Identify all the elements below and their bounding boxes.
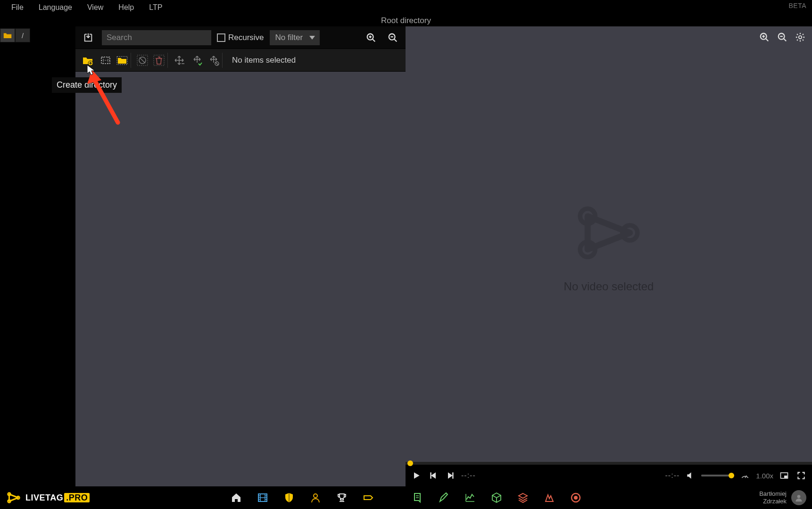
fullscreen-icon bbox=[796, 471, 806, 480]
tag-icon bbox=[363, 492, 374, 503]
new-folder-alt-button[interactable] bbox=[116, 53, 131, 68]
play-button[interactable] bbox=[410, 469, 423, 482]
trophy-icon bbox=[336, 492, 348, 503]
toolbar-actions: No items selected bbox=[75, 49, 406, 72]
user-block[interactable]: Bartłomiej Zdrzałek bbox=[759, 490, 806, 505]
svg-point-9 bbox=[182, 63, 183, 64]
video-zoom-in-button[interactable] bbox=[757, 30, 771, 44]
nav-stats-button[interactable] bbox=[464, 491, 477, 504]
menu-help[interactable]: Help bbox=[111, 0, 141, 15]
cube-icon bbox=[491, 492, 502, 503]
shield-icon bbox=[283, 492, 295, 503]
logo[interactable]: LIVETAG.PRO bbox=[6, 490, 90, 506]
zoom-in-button[interactable] bbox=[363, 30, 379, 46]
avatar[interactable] bbox=[791, 490, 806, 505]
pip-icon bbox=[779, 471, 789, 480]
time-remaining: --:-- bbox=[665, 471, 680, 480]
nav-notes-button[interactable] bbox=[411, 491, 424, 504]
folder-plus-icon bbox=[82, 55, 93, 66]
filter-label: No filter bbox=[275, 33, 303, 42]
sidebar-left: / bbox=[0, 26, 75, 486]
nav-trophy-button[interactable] bbox=[335, 491, 348, 504]
user-name: Bartłomiej Zdrzałek bbox=[759, 490, 787, 505]
delete-button[interactable] bbox=[153, 53, 168, 68]
video-progress-knob[interactable] bbox=[407, 460, 413, 466]
move-dots-icon bbox=[174, 55, 185, 66]
home-icon bbox=[231, 492, 242, 503]
nav-pen-button[interactable] bbox=[437, 491, 450, 504]
no-entry-dashed-icon bbox=[137, 55, 148, 66]
move-check-icon bbox=[191, 55, 203, 66]
heatmap-icon bbox=[544, 492, 555, 503]
zoom-out-icon bbox=[388, 33, 398, 43]
svg-point-26 bbox=[314, 494, 317, 498]
nav-3d-button[interactable] bbox=[490, 491, 503, 504]
file-list-area[interactable] bbox=[75, 72, 406, 486]
sidebar-tab-folder[interactable] bbox=[0, 28, 15, 42]
folder-dashed-icon bbox=[116, 55, 128, 66]
create-directory-button[interactable] bbox=[80, 53, 95, 68]
mute-button[interactable] bbox=[684, 469, 696, 482]
play-icon bbox=[412, 471, 421, 480]
film-dashed-icon bbox=[100, 55, 111, 66]
disable-button[interactable] bbox=[135, 53, 150, 68]
note-icon bbox=[412, 492, 423, 503]
svg-rect-19 bbox=[452, 472, 454, 478]
add-video-button[interactable] bbox=[98, 53, 113, 68]
step-back-button[interactable] bbox=[427, 469, 439, 482]
zoom-out-button[interactable] bbox=[385, 30, 401, 46]
menu-file[interactable]: File bbox=[4, 0, 31, 15]
sidebar-tab-path[interactable]: / bbox=[15, 28, 30, 42]
recursive-checkbox[interactable]: Recursive bbox=[217, 33, 264, 42]
import-button[interactable] bbox=[80, 30, 96, 46]
video-settings-button[interactable] bbox=[793, 30, 807, 44]
move-cancel-icon bbox=[208, 55, 219, 66]
folder-icon bbox=[3, 32, 12, 39]
move-button[interactable] bbox=[172, 53, 187, 68]
pip-button[interactable] bbox=[778, 469, 790, 482]
path-label: / bbox=[22, 32, 24, 40]
video-zoom-out-button[interactable] bbox=[775, 30, 789, 44]
chevron-down-icon bbox=[309, 36, 315, 40]
svg-rect-18 bbox=[430, 472, 431, 478]
volume-slider[interactable] bbox=[701, 475, 734, 476]
film-icon bbox=[257, 492, 268, 503]
menu-view[interactable]: View bbox=[80, 0, 111, 15]
step-back-icon bbox=[429, 471, 438, 480]
nav-home-button[interactable] bbox=[230, 491, 243, 504]
video-top-controls bbox=[757, 30, 807, 44]
download-into-icon bbox=[83, 33, 93, 43]
zoom-in-icon bbox=[366, 33, 376, 43]
user-icon bbox=[310, 492, 321, 503]
nav-videos-button[interactable] bbox=[256, 491, 269, 504]
main-row: / Recursive No filter bbox=[0, 26, 812, 486]
nav-heatmap-button[interactable] bbox=[543, 491, 556, 504]
zoom-out-icon bbox=[777, 32, 787, 42]
video-progress-track[interactable] bbox=[406, 462, 812, 465]
menubar: File Language View Help LTP bbox=[0, 0, 812, 15]
step-forward-button[interactable] bbox=[444, 469, 456, 482]
nav-record-button[interactable] bbox=[569, 491, 582, 504]
svg-point-10 bbox=[183, 63, 184, 64]
tooltip-create-directory: Create directory bbox=[52, 77, 122, 93]
filter-dropdown[interactable]: No filter bbox=[270, 30, 320, 45]
center-panel: Recursive No filter bbox=[75, 26, 406, 486]
menu-ltp[interactable]: LTP bbox=[141, 0, 170, 15]
video-area[interactable]: No video selected bbox=[406, 26, 812, 462]
svg-point-8 bbox=[182, 63, 182, 64]
volume-icon bbox=[686, 471, 695, 480]
nav-shield-button[interactable] bbox=[282, 491, 296, 504]
nav-user-button[interactable] bbox=[309, 491, 322, 504]
volume-knob[interactable] bbox=[729, 473, 734, 478]
move-confirm-button[interactable] bbox=[190, 53, 205, 68]
nav-layers-button[interactable] bbox=[516, 491, 530, 504]
toolbar-search: Recursive No filter bbox=[75, 26, 406, 49]
fullscreen-button[interactable] bbox=[795, 469, 807, 482]
move-cancel-button[interactable] bbox=[207, 53, 223, 68]
menu-language[interactable]: Language bbox=[31, 0, 80, 15]
video-panel: No video selected --:-- --:-- bbox=[406, 26, 812, 486]
speed-gauge-button[interactable] bbox=[739, 469, 751, 482]
page-title: Root directory bbox=[0, 15, 812, 26]
search-input[interactable] bbox=[102, 30, 211, 45]
nav-tag-button[interactable] bbox=[362, 491, 375, 504]
